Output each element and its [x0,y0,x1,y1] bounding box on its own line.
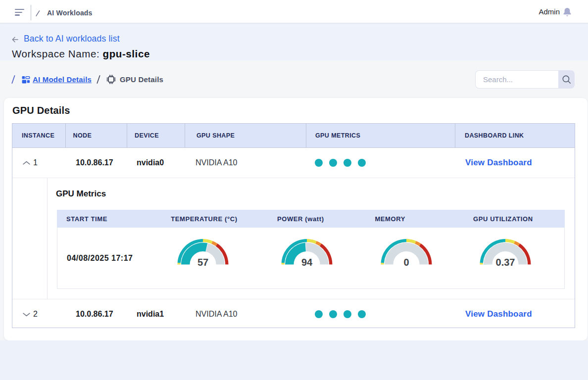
svg-text:94: 94 [301,257,312,268]
svg-text:0: 0 [403,257,409,268]
svg-text:0.37: 0.37 [495,257,515,268]
svg-text:57: 57 [197,257,208,268]
